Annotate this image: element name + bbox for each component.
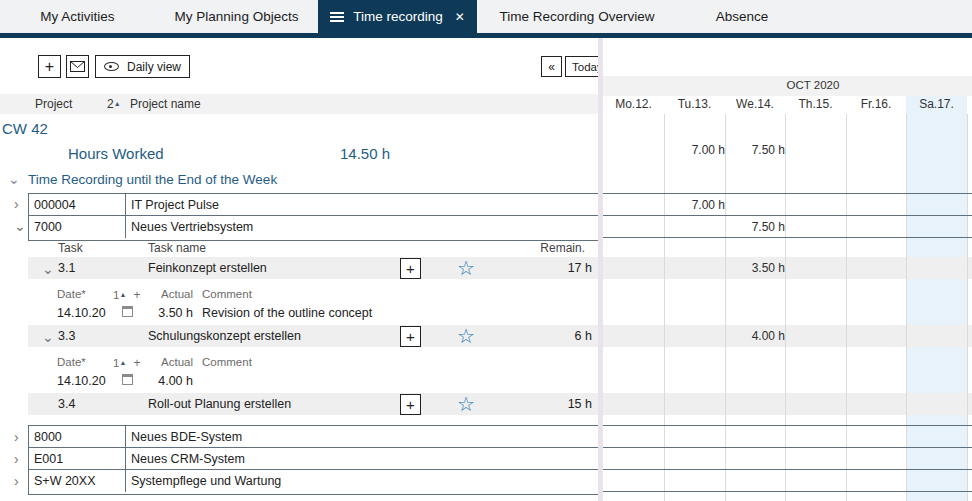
day-header: Th.15. (785, 97, 846, 112)
row-border (603, 447, 972, 448)
envelope-icon (70, 61, 85, 72)
grid-line (846, 114, 847, 501)
grid-line (967, 114, 968, 501)
send-message-button[interactable] (66, 55, 89, 78)
favorite-star-icon[interactable]: ☆ (457, 325, 475, 347)
project-name[interactable]: Neues CRM-System (126, 448, 599, 469)
section-expander-icon[interactable]: ⌄ (8, 173, 20, 185)
entry-comment[interactable]: Revision of the outline concept (202, 305, 372, 321)
expander-icon[interactable]: ⌄ (42, 331, 54, 343)
project-row[interactable]: S+W 20XX Systempflege und Wartung (29, 470, 599, 492)
row-border (603, 215, 972, 216)
date-column-header: Date* (57, 288, 86, 301)
tab-label: My Planning Objects (175, 9, 299, 24)
day-header: Fr.16. (846, 97, 906, 112)
task-remaining-hours: 17 h (502, 260, 592, 276)
project-row[interactable]: 000004 IT Project Pulse (29, 194, 599, 216)
actual-column-header: Actual (140, 356, 193, 369)
project-code[interactable]: S+W 20XX (29, 470, 126, 492)
task-name: Feinkonzept erstellen (148, 260, 267, 276)
expander-icon[interactable]: › (14, 198, 19, 210)
section-title: Time Recording until the End of the Week (28, 171, 277, 188)
project-name[interactable]: Systempflege und Wartung (126, 470, 599, 492)
menu-icon[interactable] (330, 12, 344, 22)
task-column-header: Task (58, 240, 83, 256)
hours-worked-day-value: 7.50 h (725, 143, 791, 158)
task-name: Schulungskonzept erstellen (148, 328, 301, 344)
comment-column-header: Comment (202, 288, 252, 301)
add-entry-button[interactable]: + (400, 394, 421, 415)
tab-label: Time Recording Overview (500, 9, 655, 24)
comment-column-header: Comment (202, 356, 252, 369)
favorite-star-icon[interactable]: ☆ (457, 257, 475, 279)
plus-icon: + (406, 396, 415, 413)
project-name[interactable]: IT Project Pulse (126, 194, 599, 215)
tab-label: Absence (716, 9, 769, 24)
sort-asc-icon: ▲ (114, 100, 121, 107)
sort-asc-icon: ▲ (119, 291, 126, 298)
add-entry-button[interactable]: + (400, 258, 421, 279)
tab-label: My Activities (40, 9, 114, 24)
project-column-header: Project (35, 96, 72, 112)
project-name[interactable]: Neues Vertriebsystem (126, 216, 599, 238)
project-name[interactable]: Neues BDE-System (126, 426, 599, 447)
task-remaining-hours: 15 h (502, 396, 592, 412)
expander-icon[interactable]: › (14, 453, 19, 465)
time-recording-app: My Activities My Planning Objects Time r… (0, 0, 972, 501)
project-code[interactable]: 7000 (29, 216, 126, 238)
close-icon[interactable]: ✕ (455, 10, 465, 24)
tab-time-recording-overview[interactable]: Time Recording Overview (477, 0, 677, 33)
task-name-column-header: Task name (148, 240, 206, 256)
hours-worked-label: Hours Worked (68, 145, 164, 163)
task-remaining-hours: 6 h (502, 328, 592, 344)
previous-period-button[interactable]: « (541, 56, 562, 77)
entry-actual-hours[interactable]: 3.50 h (130, 305, 193, 321)
add-button[interactable]: + (38, 55, 61, 78)
sort-indicator: 2▲ (107, 96, 121, 112)
row-border (603, 469, 972, 470)
pane-splitter[interactable] (598, 38, 603, 501)
actual-column-header: Actual (140, 288, 193, 301)
tab-my-planning-objects[interactable]: My Planning Objects (155, 0, 318, 33)
entry-date-field[interactable]: 14.10.20 (57, 305, 106, 321)
project-row[interactable]: 7000 Neues Vertriebsystem (29, 216, 599, 238)
row-border (603, 491, 972, 492)
entry-sort-indicator: 1▲ + (113, 356, 141, 369)
plus-icon: + (45, 58, 54, 76)
tab-my-activities[interactable]: My Activities (0, 0, 155, 33)
project-code[interactable]: E001 (29, 448, 126, 469)
favorite-star-icon[interactable]: ☆ (457, 393, 475, 415)
task-row-stripe[interactable] (603, 393, 972, 415)
entry-actual-hours[interactable]: 4.00 h (130, 373, 193, 389)
row-border (603, 425, 972, 426)
project-name-column-header: Project name (130, 96, 201, 112)
entry-sort-indicator: 1▲ + (113, 288, 141, 301)
expander-icon[interactable]: › (14, 431, 19, 443)
month-label: OCT 2020 (763, 78, 863, 93)
entry-date-field[interactable]: 14.10.20 (57, 373, 106, 389)
project-code[interactable]: 000004 (29, 194, 126, 215)
sort-asc-icon: ▲ (119, 359, 126, 366)
project-row[interactable]: 8000 Neues BDE-System (29, 426, 599, 448)
grid-line (664, 114, 665, 501)
tab-label: Time recording (353, 9, 443, 24)
expander-icon[interactable]: ⌄ (14, 220, 26, 232)
day-header: We.14. (725, 97, 785, 112)
project-day-value: 7.50 h (725, 220, 791, 235)
task-day-value: 3.50 h (725, 261, 791, 276)
add-entry-button[interactable]: + (400, 326, 421, 347)
project-code[interactable]: 8000 (29, 426, 126, 447)
plus-icon: + (406, 260, 415, 277)
grid-line (725, 114, 726, 501)
view-selector[interactable]: Daily view (95, 55, 190, 78)
project-table-bottom: 8000 Neues BDE-System E001 Neues CRM-Sys… (28, 425, 600, 495)
expander-icon[interactable]: ⌄ (42, 263, 54, 275)
expander-icon[interactable]: › (14, 475, 19, 487)
project-row[interactable]: E001 Neues CRM-System (29, 448, 599, 470)
tab-absence[interactable]: Absence (677, 0, 807, 33)
tab-time-recording[interactable]: Time recording ✕ (318, 0, 477, 33)
grid-line (785, 114, 786, 501)
row-border (603, 193, 972, 194)
task-id: 3.3 (58, 328, 75, 344)
task-day-value: 4.00 h (725, 329, 791, 344)
